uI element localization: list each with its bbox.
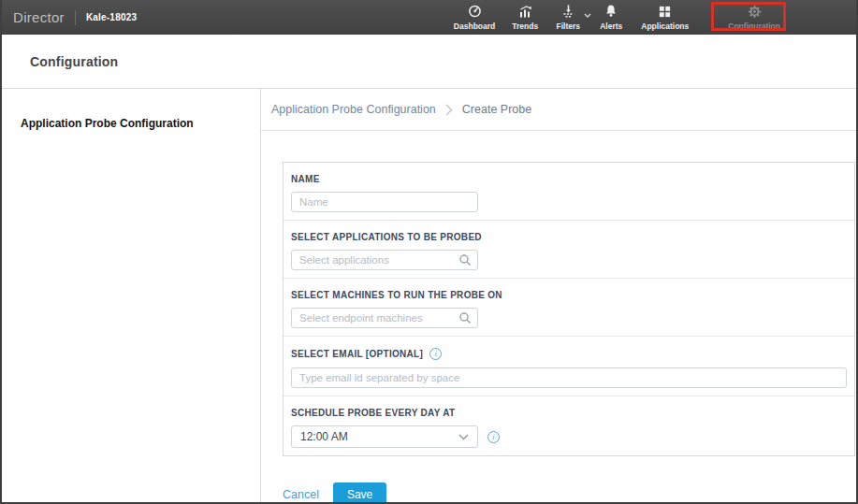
nav-label: Dashboard <box>454 22 495 31</box>
field-row-machines: SELECT MACHINES TO RUN THE PROBE ON <box>284 279 854 337</box>
nav-label: Alerts <box>600 22 622 31</box>
nav-item-dashboard[interactable]: Dashboard <box>445 0 503 35</box>
field-row-applications: SELECT APPLICATIONS TO BE PROBED <box>284 221 854 279</box>
field-row-name: NAME <box>284 163 854 221</box>
top-navigation-bar: Director Kale-18023 Dashboard Trends <box>2 0 856 35</box>
nav-item-filters[interactable]: Filters <box>546 0 589 35</box>
page-title: Configuration <box>30 54 118 69</box>
email-info-icon[interactable] <box>429 348 442 360</box>
dashboard-gauge-icon <box>467 4 483 19</box>
nav-item-alerts[interactable]: Alerts <box>589 0 633 35</box>
sidebar-item-application-probe-configuration[interactable]: Application Probe Configuration <box>21 117 260 130</box>
breadcrumb-current-create-probe: Create Probe <box>462 103 531 116</box>
schedule-field-label: SCHEDULE PROBE EVERY DAY AT <box>291 408 455 418</box>
field-row-schedule: SCHEDULE PROBE EVERY DAY AT 12:00 AM <box>284 396 854 455</box>
email-input[interactable] <box>291 367 847 388</box>
name-input[interactable] <box>291 192 478 212</box>
cancel-button[interactable]: Cancel <box>283 488 319 501</box>
nav-item-applications[interactable]: Applications <box>633 0 697 35</box>
top-nav-menu: Dashboard Trends Filters <box>445 0 856 35</box>
create-probe-form: NAME SELECT APPLICATIONS TO BE PROBED <box>283 162 855 456</box>
search-icon <box>458 253 472 270</box>
applications-search-input[interactable] <box>291 250 478 270</box>
breadcrumb: Application Probe Configuration Create P… <box>261 89 856 131</box>
nav-item-configuration[interactable]: Configuration <box>720 0 789 35</box>
form-actions: Cancel Save <box>283 482 856 504</box>
machines-field-label: SELECT MACHINES TO RUN THE PROBE ON <box>291 290 502 300</box>
machines-search-wrap <box>291 308 478 328</box>
nav-label: Applications <box>641 22 689 31</box>
page-header: Configuration <box>2 35 856 89</box>
nav-item-trends[interactable]: Trends <box>503 0 546 35</box>
site-name-label: Kale-18023 <box>86 12 137 22</box>
main-panel: Application Probe Configuration Create P… <box>261 89 856 502</box>
name-field-label: NAME <box>291 174 320 184</box>
search-icon <box>458 311 472 328</box>
nav-label: Trends <box>512 22 538 31</box>
nav-label: Filters <box>557 22 581 31</box>
email-field-label: SELECT EMAIL [OPTIONAL] <box>291 349 423 359</box>
field-row-email: SELECT EMAIL [OPTIONAL] <box>284 337 854 396</box>
alerts-bell-icon <box>604 4 618 19</box>
brand-area: Director Kale-18023 <box>2 0 137 35</box>
schedule-info-icon[interactable] <box>487 431 500 443</box>
configuration-sidebar: Application Probe Configuration <box>2 89 261 502</box>
schedule-time-value: 12:00 AM <box>300 430 348 443</box>
applications-field-label: SELECT APPLICATIONS TO BE PROBED <box>291 232 482 242</box>
breadcrumb-link-application-probe-configuration[interactable]: Application Probe Configuration <box>271 103 436 116</box>
chevron-down-icon <box>458 430 469 443</box>
applications-search-wrap <box>291 250 478 270</box>
chevron-right-icon <box>445 104 453 116</box>
nav-label: Configuration <box>728 22 780 31</box>
applications-grid-icon <box>658 5 672 19</box>
filters-icon <box>560 4 576 19</box>
trends-chart-icon <box>517 4 533 19</box>
brand-divider <box>75 10 76 25</box>
machines-search-input[interactable] <box>291 308 478 328</box>
configuration-gear-icon <box>748 5 762 19</box>
save-button[interactable]: Save <box>333 482 386 504</box>
director-logo: Director <box>13 9 65 25</box>
schedule-time-dropdown[interactable]: 12:00 AM <box>291 425 478 448</box>
content-area: Application Probe Configuration Applicat… <box>2 89 856 502</box>
director-window: Director Kale-18023 Dashboard Trends <box>0 0 858 504</box>
